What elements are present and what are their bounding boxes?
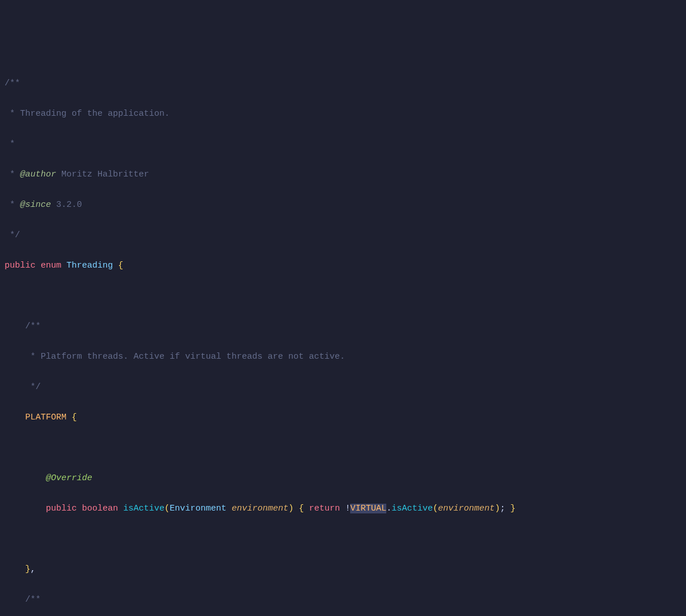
code-line: * @since 3.2.0 (0, 198, 686, 213)
code-line: * @author Moritz Halbritter (0, 167, 686, 183)
code-line: */ (0, 228, 686, 244)
selection-virtual: VIRTUAL (350, 504, 386, 513)
code-line (0, 441, 686, 456)
code-line: * Threading of the application. (0, 107, 686, 122)
code-line: /** (0, 593, 686, 608)
code-line: /** (0, 76, 686, 92)
code-line: * (0, 137, 686, 152)
code-line (0, 532, 686, 547)
code-line: public boolean isActive(Environment envi… (0, 501, 686, 517)
code-editor[interactable]: /** * Threading of the application. * * … (0, 61, 686, 616)
code-line: }, (0, 562, 686, 578)
code-line: PLATFORM { (0, 410, 686, 426)
code-line: * Platform threads. Active if virtual th… (0, 350, 686, 365)
code-line: /** (0, 319, 686, 335)
code-line: public enum Threading { (0, 258, 686, 274)
code-line (0, 289, 686, 304)
code-line: @Override (0, 471, 686, 486)
code-line: */ (0, 380, 686, 395)
